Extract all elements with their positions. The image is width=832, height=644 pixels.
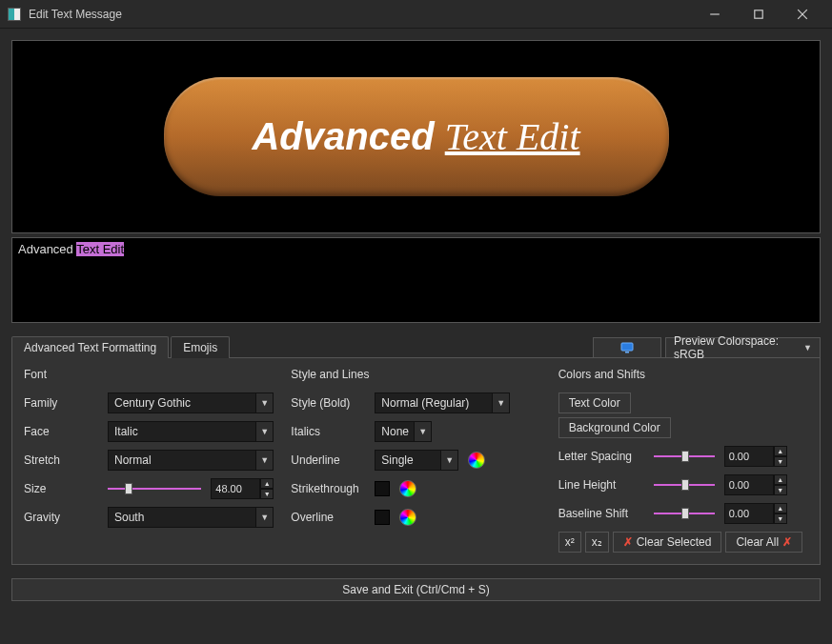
display-icon bbox=[620, 342, 634, 353]
svg-rect-4 bbox=[621, 343, 633, 351]
svg-rect-1 bbox=[755, 10, 762, 17]
gravity-select[interactable]: South ▼ bbox=[108, 507, 274, 528]
overline-color-picker[interactable] bbox=[399, 509, 416, 526]
clear-selected-button[interactable]: ✗Clear Selected bbox=[613, 532, 722, 553]
underline-value: Single bbox=[381, 453, 413, 467]
letter-spacing-up[interactable]: ▲ bbox=[774, 446, 787, 456]
save-label: Save and Exit (Ctrl/Cmd + S) bbox=[342, 583, 489, 596]
style-section: Style and Lines Style (Bold) Normal (Reg… bbox=[291, 368, 540, 553]
superscript-button[interactable]: x² bbox=[558, 532, 581, 553]
strikethrough-checkbox[interactable] bbox=[375, 481, 390, 496]
stretch-label: Stretch bbox=[24, 453, 98, 467]
preview-shape: Advanced Text Edit bbox=[164, 77, 669, 196]
chevron-down-icon: ▼ bbox=[260, 513, 269, 522]
chevron-down-icon: ▼ bbox=[260, 455, 269, 465]
app-icon bbox=[8, 8, 21, 21]
stretch-value: Normal bbox=[114, 453, 152, 467]
face-select[interactable]: Italic ▼ bbox=[108, 421, 274, 442]
chevron-down-icon: ▼ bbox=[445, 455, 454, 465]
save-and-exit-button[interactable]: Save and Exit (Ctrl/Cmd + S) bbox=[11, 578, 821, 601]
italics-label: Italics bbox=[291, 425, 365, 438]
window-title: Edit Text Message bbox=[29, 8, 693, 21]
colors-section-title: Colors and Shifts bbox=[558, 368, 808, 381]
underline-label: Underline bbox=[291, 453, 365, 467]
italics-select[interactable]: None ▼ bbox=[375, 421, 432, 442]
size-input[interactable]: 48.00 bbox=[211, 478, 260, 499]
letter-spacing-input[interactable]: 0.00 bbox=[724, 446, 774, 467]
strikethrough-label: Strikethrough bbox=[291, 482, 365, 495]
chevron-down-icon: ▼ bbox=[260, 427, 269, 436]
baseline-shift-slider[interactable] bbox=[654, 503, 715, 524]
clear-all-button[interactable]: Clear All ✗ bbox=[725, 532, 802, 553]
tab-emojis[interactable]: Emojis bbox=[171, 336, 230, 358]
style-bold-label: Style (Bold) bbox=[291, 396, 365, 410]
style-section-title: Style and Lines bbox=[291, 368, 540, 381]
stretch-select[interactable]: Normal ▼ bbox=[108, 450, 274, 471]
underline-select[interactable]: Single ▼ bbox=[375, 450, 458, 471]
size-step-down[interactable]: ▼ bbox=[260, 489, 274, 499]
editor-plain: Advanced bbox=[18, 242, 76, 256]
font-section-title: Font bbox=[24, 368, 274, 381]
preview-text: Advanced Text Edit bbox=[252, 114, 579, 159]
family-value: Century Gothic bbox=[114, 396, 191, 410]
formatting-panel: Font Family Century Gothic ▼ Face Italic… bbox=[11, 357, 821, 565]
text-editor[interactable]: Advanced Text Edit bbox=[11, 237, 821, 323]
chevron-down-icon: ▼ bbox=[803, 343, 812, 352]
letter-spacing-down[interactable]: ▼ bbox=[774, 456, 787, 467]
baseline-shift-label: Baseline Shift bbox=[558, 507, 644, 520]
underline-color-picker[interactable] bbox=[468, 452, 485, 469]
svg-rect-5 bbox=[625, 352, 629, 353]
preview-text-bold: Advanced bbox=[252, 115, 444, 157]
background-color-button[interactable]: Background Color bbox=[558, 417, 671, 438]
style-bold-select[interactable]: Normal (Regular) ▼ bbox=[375, 392, 510, 413]
line-height-up[interactable]: ▲ bbox=[774, 474, 787, 485]
tab-advanced-formatting[interactable]: Advanced Text Formatting bbox=[11, 336, 169, 358]
title-bar: Edit Text Message bbox=[0, 0, 832, 29]
subscript-button[interactable]: x₂ bbox=[585, 532, 609, 553]
letter-spacing-label: Letter Spacing bbox=[558, 450, 644, 463]
x-icon: ✗ bbox=[623, 535, 633, 549]
family-label: Family bbox=[24, 396, 98, 410]
strikethrough-color-picker[interactable] bbox=[399, 480, 416, 497]
x-icon: ✗ bbox=[782, 535, 792, 549]
clear-selected-label: Clear Selected bbox=[637, 535, 712, 549]
italics-value: None bbox=[381, 425, 409, 438]
chevron-down-icon: ▼ bbox=[260, 398, 269, 408]
family-select[interactable]: Century Gothic ▼ bbox=[108, 392, 274, 413]
preview-text-italic: Text Edit bbox=[445, 115, 580, 158]
baseline-up[interactable]: ▲ bbox=[774, 503, 787, 513]
line-height-down[interactable]: ▼ bbox=[774, 485, 787, 495]
tabs-row: Advanced Text Formatting Emojis Preview … bbox=[11, 336, 821, 358]
preview-panel: Advanced Text Edit bbox=[11, 40, 821, 233]
colors-section: Colors and Shifts Text Color Background … bbox=[558, 368, 808, 553]
text-color-button[interactable]: Text Color bbox=[558, 392, 631, 413]
line-height-slider[interactable] bbox=[654, 474, 715, 495]
preview-colorspace-label: Preview Colorspace: sRGB bbox=[674, 334, 798, 361]
size-label: Size bbox=[24, 482, 98, 495]
overline-checkbox[interactable] bbox=[375, 510, 390, 525]
overline-label: Overline bbox=[291, 511, 365, 524]
letter-spacing-slider[interactable] bbox=[654, 446, 715, 467]
clear-all-label: Clear All bbox=[736, 535, 779, 549]
chevron-down-icon: ▼ bbox=[418, 427, 427, 436]
line-height-label: Line Height bbox=[558, 478, 644, 492]
face-value: Italic bbox=[114, 425, 138, 438]
line-height-input[interactable]: 0.00 bbox=[724, 474, 774, 495]
close-button[interactable] bbox=[781, 0, 824, 29]
style-bold-value: Normal (Regular) bbox=[381, 396, 469, 410]
baseline-down[interactable]: ▼ bbox=[774, 513, 787, 524]
baseline-shift-input[interactable]: 0.00 bbox=[724, 503, 774, 524]
gravity-value: South bbox=[114, 511, 144, 524]
size-step-up[interactable]: ▲ bbox=[260, 478, 274, 489]
minimize-button[interactable] bbox=[693, 0, 737, 29]
editor-content[interactable]: Advanced Text Edit bbox=[18, 242, 124, 256]
gravity-label: Gravity bbox=[24, 511, 98, 524]
size-slider[interactable] bbox=[108, 478, 201, 499]
editor-selection: Text Edit bbox=[76, 242, 124, 256]
chevron-down-icon: ▼ bbox=[497, 398, 505, 408]
preview-colorspace-select[interactable]: Preview Colorspace: sRGB ▼ bbox=[665, 337, 821, 358]
maximize-button[interactable] bbox=[737, 0, 781, 29]
font-section: Font Family Century Gothic ▼ Face Italic… bbox=[24, 368, 274, 553]
face-label: Face bbox=[24, 425, 98, 438]
display-toggle-button[interactable] bbox=[593, 337, 661, 358]
